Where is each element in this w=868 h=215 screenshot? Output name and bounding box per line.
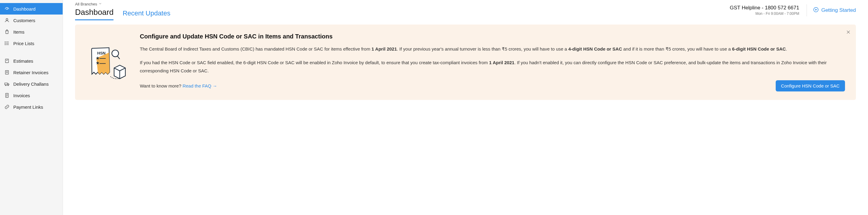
svg-line-30 [117,56,120,59]
sidebar-item-label: Payment Links [13,104,43,110]
sidebar-item-customers[interactable]: Customers [0,14,63,26]
sidebar-item-payment-links[interactable]: Payment Links [0,101,63,113]
svg-point-29 [112,50,119,57]
configure-hsn-button[interactable]: Configure HSN Code or SAC [776,80,845,91]
sidebar-item-estimates[interactable]: Estimates [0,55,63,67]
gauge-icon [4,6,10,11]
sidebar-item-label: Estimates [13,58,33,64]
sidebar-item-label: Delivery Challans [13,82,49,87]
tab-recent-updates[interactable]: Recent Updates [123,9,170,20]
page-header: All Branches Dashboard Recent Updates GS… [63,0,868,20]
svg-text:★: ★ [96,61,100,65]
link-icon [4,104,10,110]
sidebar-item-label: Customers [13,18,35,23]
list-icon [4,40,10,46]
sidebar-item-label: Items [13,29,25,34]
svg-rect-8 [5,59,9,63]
banner-paragraph-1: The Central Board of Indirect Taxes and … [140,45,845,53]
sidebar-item-dashboard[interactable]: Dashboard [0,3,63,14]
svg-rect-9 [5,70,9,74]
sidebar-item-retainer-invoices[interactable]: Retainer Invoices [0,67,63,78]
helpline-info: GST Helpline - 1800 572 6671 Mon - Fri 9… [730,5,799,16]
svg-point-5 [5,42,5,42]
illus-hsn-text: HSN [97,51,105,55]
chevron-down-icon [98,2,102,6]
helpline-number: GST Helpline - 1800 572 6671 [730,5,799,11]
person-icon [4,18,10,23]
hsn-banner: HSN ★ ★ Configure and Update HSN Code or… [75,25,856,100]
svg-point-7 [5,44,5,45]
hsn-illustration: HSN ★ ★ [84,33,129,91]
branch-selector-label: All Branches [75,2,97,6]
sidebar: Dashboard Customers Items Price Lists Es… [0,0,63,215]
sidebar-item-invoices[interactable]: Invoices [0,90,63,101]
bag-icon [4,29,10,34]
sidebar-item-items[interactable]: Items [0,26,63,37]
svg-point-13 [5,85,6,86]
estimate-icon [4,58,10,64]
svg-marker-20 [815,8,817,10]
close-banner-button[interactable] [846,29,851,35]
retainer-icon [4,70,10,75]
banner-title: Configure and Update HSN Code or SAC in … [140,33,845,40]
banner-paragraph-2: If you had the HSN Code or SAC field ena… [140,58,845,75]
svg-rect-12 [5,83,7,85]
getting-started-label: Getting Started [822,7,856,13]
sidebar-item-label: Retainer Invoices [13,70,49,75]
helpline-hours: Mon - Fri 9:00AM - 7:00PM [730,11,799,16]
svg-text:★: ★ [96,55,100,60]
svg-point-1 [6,19,8,20]
truck-icon [4,81,10,87]
doc-icon [4,93,10,98]
sidebar-item-label: Invoices [13,93,30,98]
play-circle-icon [813,7,819,14]
sidebar-item-price-lists[interactable]: Price Lists [0,37,63,49]
branch-selector[interactable]: All Branches [75,2,114,6]
sidebar-item-label: Price Lists [13,41,34,46]
sidebar-item-label: Dashboard [13,6,35,11]
sidebar-item-delivery-challans[interactable]: Delivery Challans [0,78,63,90]
faq-prompt: Want to know more? Read the FAQ [140,83,217,88]
page-title: Dashboard [75,7,114,17]
read-faq-link[interactable]: Read the FAQ [183,83,217,88]
svg-point-14 [7,85,8,86]
svg-point-6 [5,43,5,43]
main-area: All Branches Dashboard Recent Updates GS… [63,0,868,215]
getting-started-link[interactable]: Getting Started [807,4,856,17]
